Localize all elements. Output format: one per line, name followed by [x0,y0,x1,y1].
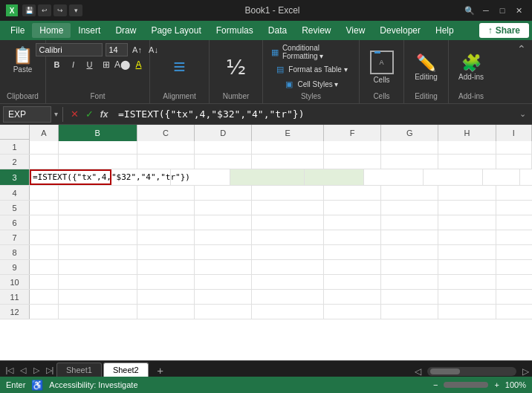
cell-I9[interactable] [496,260,532,274]
cell-A2[interactable] [30,155,59,169]
cell-B8[interactable] [59,245,137,259]
cell-B4[interactable] [59,186,137,200]
conditional-formatting-button[interactable]: ▦ Conditional Formatting ▾ [267,43,354,61]
col-header-B[interactable]: B [59,125,137,141]
underline-button[interactable]: U [83,58,97,71]
sheet-tab-sheet1[interactable]: Sheet1 [56,363,102,377]
cell-G3[interactable] [364,169,424,185]
cell-D9[interactable] [195,260,252,274]
menu-formulas[interactable]: Formulas [209,23,261,38]
col-header-I[interactable]: I [496,125,532,141]
scrollbar-right-button[interactable]: ▷ [522,366,529,377]
cell-F11[interactable] [324,290,381,304]
row-header-10[interactable]: 10 [0,275,30,289]
cell-B11[interactable] [59,290,137,304]
format-as-table-button[interactable]: ▤ Format as Table ▾ [272,62,349,76]
cell-E9[interactable] [252,260,324,274]
cell-F5[interactable] [324,201,381,215]
cell-F12[interactable] [324,305,381,319]
col-header-F[interactable]: F [324,125,381,141]
more-icon[interactable]: ▾ [69,4,82,16]
cell-E12[interactable] [252,305,324,319]
cell-F6[interactable] [324,215,381,230]
redo-icon[interactable]: ↪ [53,4,67,16]
zoom-slider[interactable] [444,382,488,388]
cell-H10[interactable] [438,275,496,289]
undo-icon[interactable]: ↩ [38,4,51,16]
cell-E1[interactable] [252,140,324,154]
cell-A4[interactable] [30,186,59,200]
cell-E7[interactable] [252,230,324,244]
cell-F1[interactable] [324,140,381,154]
cell-G11[interactable] [381,290,438,304]
confirm-formula-button[interactable]: ✓ [82,108,96,121]
cell-F10[interactable] [324,275,381,289]
row-header-12[interactable]: 12 [0,305,30,319]
cell-H8[interactable] [438,245,496,259]
increase-font-button[interactable]: A↑ [131,43,144,56]
cell-E2[interactable] [252,155,324,169]
cell-F8[interactable] [324,245,381,259]
cells-button[interactable]: A Cells [366,46,398,88]
row-header-5[interactable]: 5 [0,201,30,215]
share-button[interactable]: ↑ Share [479,23,529,38]
cell-B3[interactable]: =ISTEXT({"tx",4,"$32","4","tr"}) [30,169,111,185]
fill-color-button[interactable]: A⬤ [116,58,129,71]
cell-G12[interactable] [381,305,438,319]
cell-styles-button[interactable]: ▣ Cell Styles ▾ [281,77,340,91]
tab-nav-last[interactable]: ▷| [43,363,56,377]
formula-expand-button[interactable]: ⌄ [516,108,529,121]
cell-G2[interactable] [381,155,438,169]
cell-B12[interactable] [59,305,137,319]
cell-A9[interactable] [30,260,59,274]
cell-D5[interactable] [195,201,252,215]
cell-C9[interactable] [137,260,195,274]
cell-H3[interactable] [424,169,483,185]
menu-data[interactable]: Data [261,23,294,38]
cell-E10[interactable] [252,275,324,289]
cell-H12[interactable] [438,305,496,319]
tab-nav-first[interactable]: |◁ [3,363,16,377]
cell-G1[interactable] [381,140,438,154]
tab-nav-next[interactable]: ▷ [30,363,43,377]
cell-C7[interactable] [137,230,195,244]
cell-B7[interactable] [59,230,137,244]
row-header-4[interactable]: 4 [0,186,30,200]
row-header-2[interactable]: 2 [0,155,30,169]
name-box-dropdown[interactable]: ▾ [54,110,58,118]
cell-C2[interactable] [137,155,195,169]
cell-D8[interactable] [195,245,252,259]
cell-D2[interactable] [195,155,252,169]
cell-I11[interactable] [496,290,532,304]
cell-F7[interactable] [324,230,381,244]
italic-button[interactable]: I [67,58,80,71]
cell-I12[interactable] [496,305,532,319]
cell-D12[interactable] [195,305,252,319]
col-header-G[interactable]: G [381,125,438,141]
cell-G8[interactable] [381,245,438,259]
row-header-7[interactable]: 7 [0,230,30,244]
cell-C6[interactable] [137,215,195,230]
cell-G7[interactable] [381,230,438,244]
cell-E8[interactable] [252,245,324,259]
cell-F2[interactable] [324,155,381,169]
cell-F9[interactable] [324,260,381,274]
menu-home[interactable]: Home [32,23,71,38]
addins-button[interactable]: 🧩 Add-ins [454,51,488,84]
cell-A10[interactable] [30,275,59,289]
horizontal-scrollbar[interactable] [427,367,516,376]
cell-A11[interactable] [30,290,59,304]
save-icon[interactable]: 💾 [22,4,36,16]
cell-B6[interactable] [59,215,137,230]
cell-C8[interactable] [137,245,195,259]
cell-I10[interactable] [496,275,532,289]
name-box[interactable]: EXP [3,106,51,123]
cell-I8[interactable] [496,245,532,259]
formula-input[interactable]: =ISTEXT({"tx",4,"$32","4","tr"}) [114,106,513,123]
zoom-out-button[interactable]: − [433,380,438,389]
menu-review[interactable]: Review [294,23,338,38]
cell-A6[interactable] [30,215,59,230]
cell-C11[interactable] [137,290,195,304]
cell-I2[interactable] [496,155,532,169]
cell-A7[interactable] [30,230,59,244]
